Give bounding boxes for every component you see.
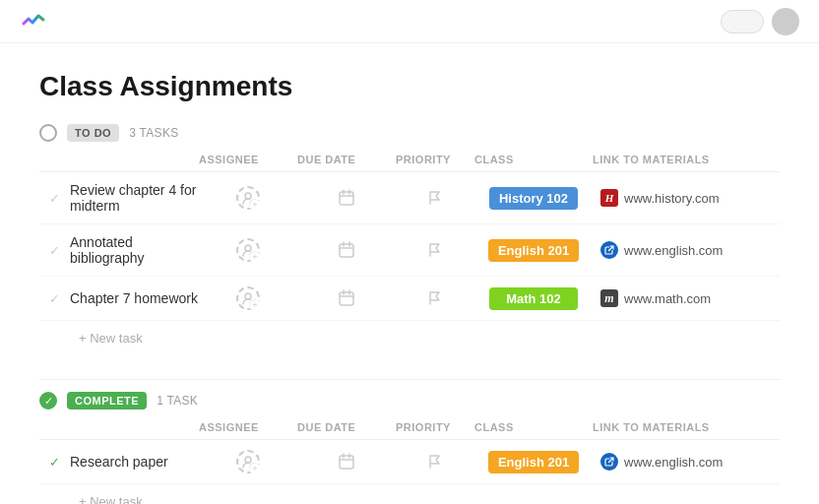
materials-link[interactable]: mwww.math.com [600,289,711,307]
col-header-assignee: ASSIGNEE [199,154,297,165]
task-name-cell: ✓Review chapter 4 for midterm [39,182,199,214]
top-bar-button-1[interactable] [721,10,764,33]
priority-cell[interactable] [396,242,474,258]
calendar-icon [338,189,355,207]
col-header-class: CLASS [474,154,593,165]
column-headers: ASSIGNEEDUE DATEPRIORITYCLASSLINK TO MAT… [39,415,780,440]
col-header-materials: LINK TO MATERIALS [593,421,770,433]
task-checkbox[interactable]: ✓ [49,455,60,470]
assignee-cell[interactable]: + [199,238,297,262]
english-icon [600,453,618,471]
priority-cell[interactable] [396,190,474,206]
assignee-icon[interactable]: + [236,286,260,310]
assignee-icon[interactable]: + [236,186,260,210]
class-badge: English 201 [488,239,579,262]
due-date-cell[interactable] [297,241,396,259]
section-toggle-complete[interactable] [39,392,57,410]
col-header-class: CLASS [474,421,593,433]
due-date-cell[interactable] [297,189,396,207]
class-badge: English 201 [488,451,579,473]
priority-cell[interactable] [396,290,474,306]
section-toggle-todo[interactable] [39,124,57,142]
top-bar [0,0,819,43]
history-icon: H [600,189,618,207]
new-task-button[interactable]: + New task [75,329,147,347]
priority-cell[interactable] [396,454,474,470]
materials-link[interactable]: www.english.com [600,453,723,471]
materials-url-text: www.math.com [624,291,711,306]
task-checkbox[interactable]: ✓ [49,191,60,206]
assignee-cell[interactable]: + [199,286,297,310]
sections-container: TO DO3 TASKSASSIGNEEDUE DATEPRIORITYCLAS… [39,124,780,504]
assignee-icon[interactable]: + [236,450,260,473]
new-task-button[interactable]: + New task [75,492,147,504]
task-name-cell: ✓Research paper [39,454,199,470]
section-badge-complete: COMPLETE [67,392,147,410]
materials-url-text: www.history.com [624,191,720,206]
materials-cell[interactable]: www.english.com [593,241,770,259]
class-cell: English 201 [474,451,593,473]
svg-rect-16 [340,456,353,469]
user-avatar[interactable] [772,8,799,35]
section-header-complete: COMPLETE1 TASK [39,392,780,415]
table-row: ✓Annotated bibliography+English 201www.e… [39,224,780,277]
section-todo: TO DO3 TASKSASSIGNEEDUE DATEPRIORITYCLAS… [39,124,780,355]
materials-url-text: www.english.com [624,243,723,258]
task-name-cell: ✓Chapter 7 homework [39,290,199,306]
due-date-cell[interactable] [297,289,396,307]
new-task-row: + New task [39,321,780,355]
assignee-cell[interactable]: + [199,186,297,210]
section-count-complete: 1 TASK [157,394,198,408]
svg-rect-6 [340,244,353,257]
task-name-label: Research paper [70,454,168,470]
table-row: ✓Chapter 7 homework+Math 102mwww.math.co… [39,277,780,321]
calendar-icon [338,289,355,307]
class-badge: Math 102 [489,287,578,310]
col-header-materials: LINK TO MATERIALS [593,154,770,165]
calendar-icon [338,241,355,259]
assignee-cell[interactable]: + [199,450,297,473]
logo[interactable] [20,6,47,37]
section-complete: COMPLETE1 TASKASSIGNEEDUE DATEPRIORITYCL… [39,392,780,504]
new-task-row: + New task [39,484,780,504]
english-icon [600,241,618,259]
flag-icon [427,290,443,306]
col-header-priority: PRIORITY [396,421,474,433]
section-count-todo: 3 TASKS [129,126,178,140]
svg-rect-1 [340,192,353,205]
materials-link[interactable]: Hwww.history.com [600,189,720,207]
materials-cell[interactable]: mwww.math.com [593,289,770,307]
flag-icon [427,454,443,470]
col-header-due_date: DUE DATE [297,154,396,165]
class-cell: English 201 [474,239,593,262]
col-header-due_date: DUE DATE [297,421,396,433]
flag-icon [427,242,443,258]
task-name-label: Annotated bibliography [70,234,199,266]
page-title: Class Assignments [39,71,780,102]
table-row: ✓Review chapter 4 for midterm+History 10… [39,172,780,224]
col-header-priority: PRIORITY [396,154,474,165]
materials-cell[interactable]: Hwww.history.com [593,189,770,207]
materials-link[interactable]: www.english.com [600,241,723,259]
main-content: Class Assignments TO DO3 TASKSASSIGNEEDU… [0,43,819,504]
calendar-icon [338,453,355,471]
assignee-icon[interactable]: + [236,238,260,262]
col-header-assignee: ASSIGNEE [199,421,297,433]
materials-cell[interactable]: www.english.com [593,453,770,471]
class-badge: History 102 [489,187,578,210]
col-header-task [75,421,199,433]
task-name-cell: ✓Annotated bibliography [39,234,199,266]
math-icon: m [600,289,618,307]
task-name-label: Chapter 7 homework [70,290,198,306]
class-cell: Math 102 [474,287,593,310]
task-checkbox[interactable]: ✓ [49,291,60,306]
svg-rect-11 [340,292,353,305]
table-row: ✓Research paper+English 201www.english.c… [39,440,780,484]
task-checkbox[interactable]: ✓ [49,243,60,258]
flag-icon [427,190,443,206]
top-bar-right [721,8,799,35]
section-badge-todo: TO DO [67,124,119,142]
column-headers: ASSIGNEEDUE DATEPRIORITYCLASSLINK TO MAT… [39,148,780,172]
due-date-cell[interactable] [297,453,396,471]
task-name-label: Review chapter 4 for midterm [70,182,199,214]
